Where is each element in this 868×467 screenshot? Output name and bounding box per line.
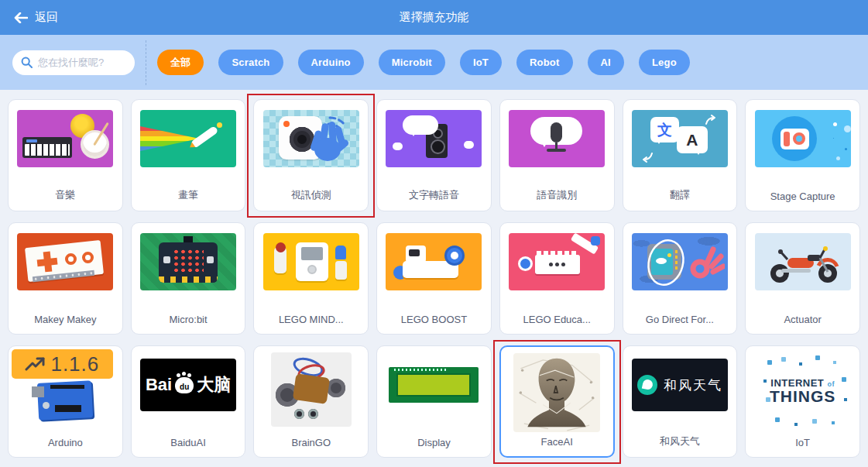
extension-card-face-ai[interactable]: FaceAI (499, 345, 615, 458)
small-bubble-icon (464, 141, 474, 149)
filter-pill-lego[interactable]: Lego (639, 50, 690, 75)
video-sensing-thumbnail (263, 110, 359, 167)
cell-actuator: Actuator (745, 222, 860, 335)
version-badge: 1.1.6 (12, 349, 113, 379)
speech-recognition-thumbnail (509, 110, 605, 167)
filter-pill-all[interactable]: 全部 (157, 50, 204, 75)
extension-card-translate[interactable]: 文 A 翻譯 (623, 99, 738, 211)
extension-card-lego-mindstorms[interactable]: LEGO MIND... (253, 222, 369, 335)
back-button[interactable]: 返回 (14, 10, 58, 25)
search-icon (21, 57, 33, 68)
microphone-icon (551, 122, 562, 143)
piano-icon (22, 137, 72, 158)
filter-pill-microbit[interactable]: Microbit (379, 50, 445, 75)
spark-icon (217, 122, 222, 128)
cell-video-sensing: 視訊偵測 (253, 99, 369, 211)
lego-boost-thumbnail (386, 233, 482, 290)
usb-port (32, 386, 44, 397)
filter-pill-robot[interactable]: Robot (516, 50, 573, 75)
search-box[interactable] (12, 50, 135, 75)
extension-card-pen[interactable]: 畫筆 (131, 99, 246, 211)
back-label: 返回 (35, 10, 58, 25)
latin-bubble-icon: A (677, 126, 708, 153)
motor-icon (518, 256, 533, 271)
cell-face-ai: FaceAI (499, 345, 615, 458)
orbit-ellipse (641, 238, 691, 287)
card-label: Makey Makey (12, 314, 119, 325)
ev3-button (307, 265, 317, 274)
card-label: 和风天气 (626, 434, 734, 448)
filter-pill-iot[interactable]: IoT (460, 50, 502, 75)
extension-card-microbit[interactable]: Micro:bit (131, 222, 246, 335)
gripper-icon (335, 246, 346, 259)
card-label: BrainGO (257, 437, 365, 448)
extension-card-video-sensing[interactable]: 視訊偵測 (253, 99, 369, 211)
waving-hand-icon (307, 112, 355, 163)
camera-stripe (784, 132, 790, 146)
extension-card-iot[interactable]: INTERNET of THINGS IoT (745, 345, 860, 458)
go-direct-thumbnail (632, 233, 728, 290)
iot-logo-line2: THINGS (770, 387, 835, 406)
actuator-thumbnail (755, 233, 851, 290)
ultrasonic-eye (294, 409, 304, 419)
extension-card-braingo[interactable]: BrainGO (253, 345, 369, 458)
extension-card-lego-boost[interactable]: LEGO BOOST (376, 222, 492, 335)
mcu-chip (55, 405, 81, 412)
cell-arduino: 1.1.6 Arduino (8, 345, 123, 458)
cell-baidu-ai: Bai du 大脑 BaiduAI (131, 345, 246, 458)
speech-bubble-icon (403, 115, 438, 135)
page-title: 選擇擴充功能 (0, 10, 868, 25)
card-label: Micro:bit (135, 314, 242, 325)
baidu-paw-icon: du (175, 377, 194, 393)
heweather-logo-icon (637, 375, 657, 395)
extension-card-makey-makey[interactable]: Makey Makey (8, 222, 123, 335)
extension-card-text-to-speech[interactable]: 文字轉語音 (376, 99, 492, 211)
filter-pill-arduino[interactable]: Arduino (298, 50, 364, 75)
extension-card-heweather[interactable]: 和风天气 和风天气 (623, 345, 738, 458)
baidu-logo-text: Bai (146, 375, 172, 395)
search-input[interactable] (38, 57, 122, 68)
edge-connector-pins (159, 276, 218, 283)
extension-grid: 音樂 畫筆 (0, 90, 868, 467)
filter-bar: 全部 Scratch Arduino Microbit IoT Robot AI… (0, 35, 868, 90)
extension-card-speech-recognition[interactable]: 語音識別 (499, 99, 615, 211)
microbit-thumbnail (140, 233, 236, 290)
chinese-bubble-icon: 文 (650, 117, 679, 143)
hub-dots (549, 263, 553, 266)
extension-card-go-direct[interactable]: Go Direct For... (623, 222, 738, 335)
wedo-hub-icon (535, 255, 580, 274)
ev3-screen (301, 247, 323, 260)
face-ai-thumbnail (513, 353, 600, 432)
small-bubble-icon (393, 143, 403, 150)
button-b (207, 256, 214, 263)
extension-card-stage-capture[interactable]: Stage Capture (745, 99, 860, 211)
iot-icon-scatter (767, 360, 772, 365)
trending-up-icon (25, 355, 45, 373)
cell-iot: INTERNET of THINGS IoT (745, 345, 860, 458)
card-label: Actuator (749, 314, 856, 325)
version-text: 1.1.6 (50, 352, 99, 376)
extension-card-lego-education[interactable]: LEGO Educa... (499, 222, 615, 335)
text-to-speech-thumbnail (386, 110, 482, 167)
robot-arm-wheel (276, 242, 286, 252)
cell-stage-capture: Stage Capture (745, 99, 860, 211)
pen-thumbnail (140, 110, 236, 167)
extension-card-baidu-ai[interactable]: Bai du 大脑 BaiduAI (131, 345, 246, 458)
card-label: 語音識別 (503, 188, 611, 202)
extension-card-arduino[interactable]: 1.1.6 Arduino (8, 345, 123, 458)
filter-pill-ai[interactable]: AI (588, 50, 624, 75)
ultrasonic-eye (308, 409, 318, 419)
filter-pills: 全部 Scratch Arduino Microbit IoT Robot AI… (157, 50, 690, 75)
robot-chassis (293, 373, 330, 404)
camera-record-dot (283, 121, 290, 127)
baidu-brain-text: 大脑 (197, 373, 231, 397)
cell-microbit: Micro:bit (131, 222, 246, 335)
extension-card-actuator[interactable]: Actuator (745, 222, 860, 335)
filter-divider (146, 40, 146, 85)
extension-card-music[interactable]: 音樂 (8, 99, 123, 211)
card-label: FaceAI (504, 436, 610, 448)
card-label: 畫筆 (135, 188, 242, 202)
extension-card-display[interactable]: Display (376, 345, 492, 458)
stage-capture-thumbnail (755, 110, 851, 167)
filter-pill-scratch[interactable]: Scratch (218, 50, 283, 75)
